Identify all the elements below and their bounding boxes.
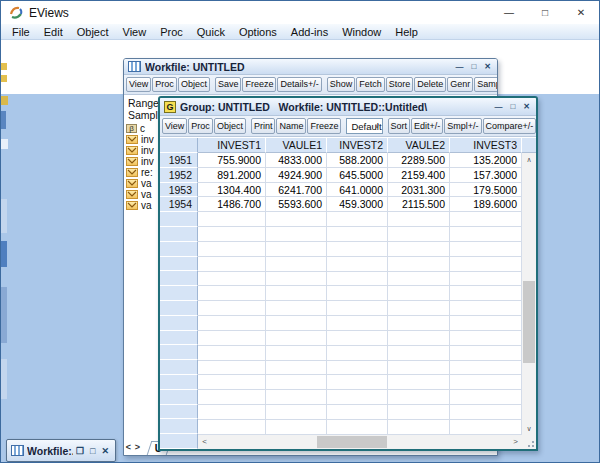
vertical-scroll-thumb[interactable] xyxy=(523,281,535,363)
wf-button-sample[interactable]: Sample xyxy=(474,77,497,92)
table-cell[interactable]: 2289.500 xyxy=(388,153,450,168)
table-cell[interactable] xyxy=(388,331,450,346)
wf-button-object[interactable]: Object xyxy=(178,77,210,92)
obs-cell[interactable] xyxy=(160,286,198,301)
table-cell[interactable] xyxy=(266,331,327,346)
table-cell[interactable] xyxy=(450,257,522,272)
table-cell[interactable]: 135.2000 xyxy=(450,153,522,168)
close-button[interactable]: ✕ xyxy=(484,60,491,74)
table-cell[interactable] xyxy=(388,361,450,376)
table-cell[interactable] xyxy=(450,405,522,420)
minimize-button[interactable]: — xyxy=(491,1,527,24)
wf-button-show[interactable]: Show xyxy=(327,77,356,92)
table-cell[interactable] xyxy=(198,212,266,227)
group-button-object[interactable]: Object xyxy=(214,118,246,134)
minimize-button[interactable]: — xyxy=(455,60,463,74)
table-cell[interactable]: 4924.900 xyxy=(266,168,327,183)
menu-proc[interactable]: Proc xyxy=(153,26,190,38)
scroll-left-icon[interactable]: < xyxy=(198,435,211,449)
table-cell[interactable] xyxy=(266,227,327,242)
table-cell[interactable] xyxy=(266,257,327,272)
page-tab-prev-icon[interactable]: < xyxy=(124,442,133,452)
obs-cell[interactable] xyxy=(160,212,198,227)
obs-cell[interactable] xyxy=(160,227,198,242)
table-cell[interactable] xyxy=(327,286,388,301)
obs-cell[interactable]: 1954 xyxy=(160,197,198,212)
column-header-invest2[interactable]: INVEST2 xyxy=(327,138,388,153)
table-cell[interactable] xyxy=(198,420,266,435)
column-header-vaule2[interactable]: VAULE2 xyxy=(388,138,450,153)
table-cell[interactable] xyxy=(266,286,327,301)
table-cell[interactable] xyxy=(198,375,266,390)
table-cell[interactable]: 891.2000 xyxy=(198,168,266,183)
wf-button-delete[interactable]: Delete xyxy=(414,77,446,92)
group-button-print[interactable]: Print xyxy=(251,118,276,134)
wf-button-store[interactable]: Store xyxy=(386,77,414,92)
maximize-button[interactable]: □ xyxy=(510,100,515,114)
table-cell[interactable] xyxy=(450,301,522,316)
vertical-scrollbar[interactable]: ∧ ∨ xyxy=(522,153,536,435)
group-button-proc[interactable]: Proc xyxy=(188,118,213,134)
workfile-titlebar[interactable]: Workfile: UNTITLED — □ ✕ xyxy=(124,59,497,75)
table-cell[interactable] xyxy=(388,346,450,361)
table-cell[interactable] xyxy=(327,227,388,242)
obs-cell[interactable] xyxy=(160,242,198,257)
table-cell[interactable] xyxy=(450,375,522,390)
table-cell[interactable] xyxy=(327,405,388,420)
close-button[interactable]: ✕ xyxy=(563,1,599,24)
obs-cell[interactable] xyxy=(160,390,198,405)
table-cell[interactable]: 4833.000 xyxy=(266,153,327,168)
table-cell[interactable]: 6241.700 xyxy=(266,183,327,198)
table-cell[interactable] xyxy=(327,242,388,257)
table-cell[interactable]: 755.9000 xyxy=(198,153,266,168)
table-cell[interactable]: 179.5000 xyxy=(450,183,522,198)
table-cell[interactable] xyxy=(266,242,327,257)
table-cell[interactable] xyxy=(388,242,450,257)
table-cell[interactable] xyxy=(198,346,266,361)
table-cell[interactable] xyxy=(198,286,266,301)
column-header-invest3[interactable]: INVEST3 xyxy=(450,138,522,153)
menu-window[interactable]: Window xyxy=(335,26,388,38)
menu-add-ins[interactable]: Add-ins xyxy=(284,26,335,38)
obs-cell[interactable] xyxy=(160,257,198,272)
wf-button-proc[interactable]: Proc xyxy=(152,77,177,92)
group-button-view[interactable]: View xyxy=(162,118,187,134)
table-cell[interactable] xyxy=(388,420,450,435)
obs-cell[interactable] xyxy=(160,360,198,375)
table-cell[interactable] xyxy=(450,331,522,346)
table-cell[interactable] xyxy=(388,227,450,242)
table-cell[interactable] xyxy=(198,301,266,316)
table-cell[interactable]: 189.6000 xyxy=(450,197,522,212)
wf-button-freeze[interactable]: Freeze xyxy=(242,77,276,92)
table-cell[interactable] xyxy=(388,405,450,420)
table-cell[interactable]: 588.2000 xyxy=(327,153,388,168)
table-cell[interactable] xyxy=(388,272,450,287)
table-cell[interactable] xyxy=(198,405,266,420)
obs-cell[interactable] xyxy=(160,345,198,360)
table-cell[interactable] xyxy=(327,257,388,272)
table-cell[interactable] xyxy=(450,316,522,331)
table-cell[interactable] xyxy=(450,286,522,301)
table-cell[interactable] xyxy=(266,361,327,376)
wf-button-fetch[interactable]: Fetch xyxy=(356,77,385,92)
table-cell[interactable] xyxy=(266,346,327,361)
scroll-down-icon[interactable]: ∨ xyxy=(522,422,536,435)
table-cell[interactable]: 1486.700 xyxy=(198,197,266,212)
table-cell[interactable]: 5593.600 xyxy=(266,197,327,212)
obs-cell[interactable] xyxy=(160,301,198,316)
table-cell[interactable] xyxy=(450,227,522,242)
table-cell[interactable] xyxy=(450,272,522,287)
table-cell[interactable]: 2031.300 xyxy=(388,183,450,198)
table-cell[interactable]: 645.5000 xyxy=(327,168,388,183)
group-button-smpl[interactable]: Smpl+/- xyxy=(444,118,481,134)
table-cell[interactable] xyxy=(450,390,522,405)
maximize-button[interactable]: □ xyxy=(90,444,95,458)
menu-view[interactable]: View xyxy=(116,26,154,38)
table-cell[interactable] xyxy=(266,390,327,405)
menu-options[interactable]: Options xyxy=(232,26,284,38)
table-cell[interactable] xyxy=(388,301,450,316)
table-cell[interactable] xyxy=(450,361,522,376)
table-cell[interactable] xyxy=(450,212,522,227)
table-cell[interactable] xyxy=(450,346,522,361)
minimized-workfile-window[interactable]: Workfile:... ❐ □ ✕ xyxy=(6,439,116,462)
